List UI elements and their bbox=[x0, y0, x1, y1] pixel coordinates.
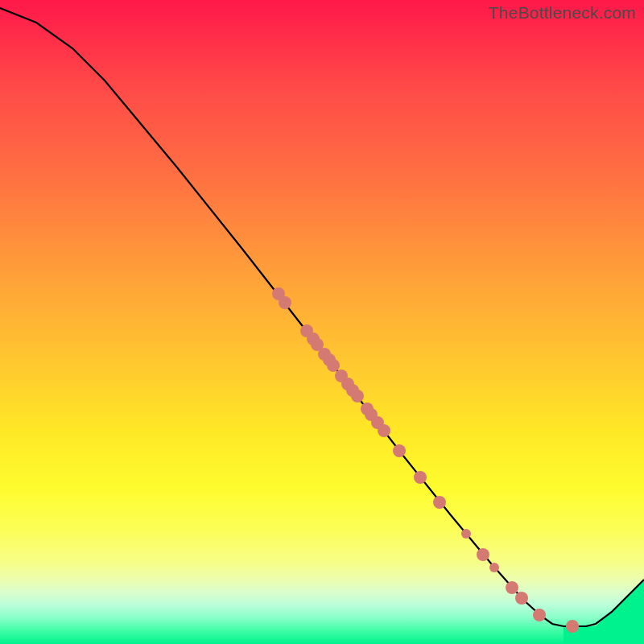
data-point bbox=[351, 390, 364, 402]
data-point bbox=[327, 359, 340, 372]
plot-svg bbox=[0, 0, 644, 644]
data-point bbox=[566, 620, 579, 633]
data-point bbox=[477, 548, 489, 561]
data-point bbox=[489, 563, 499, 572]
data-points bbox=[272, 287, 579, 633]
data-point bbox=[378, 424, 390, 437]
data-point bbox=[533, 609, 546, 621]
data-point bbox=[515, 592, 528, 605]
data-point bbox=[279, 296, 291, 309]
data-point bbox=[506, 581, 518, 594]
curve-line bbox=[0, 8, 644, 626]
bottleneck-chart: TheBottleneck.com bbox=[0, 0, 644, 644]
tail-fill bbox=[564, 580, 644, 644]
data-point bbox=[414, 471, 427, 484]
data-point bbox=[433, 496, 446, 509]
data-point bbox=[461, 529, 471, 539]
data-point bbox=[393, 444, 406, 457]
